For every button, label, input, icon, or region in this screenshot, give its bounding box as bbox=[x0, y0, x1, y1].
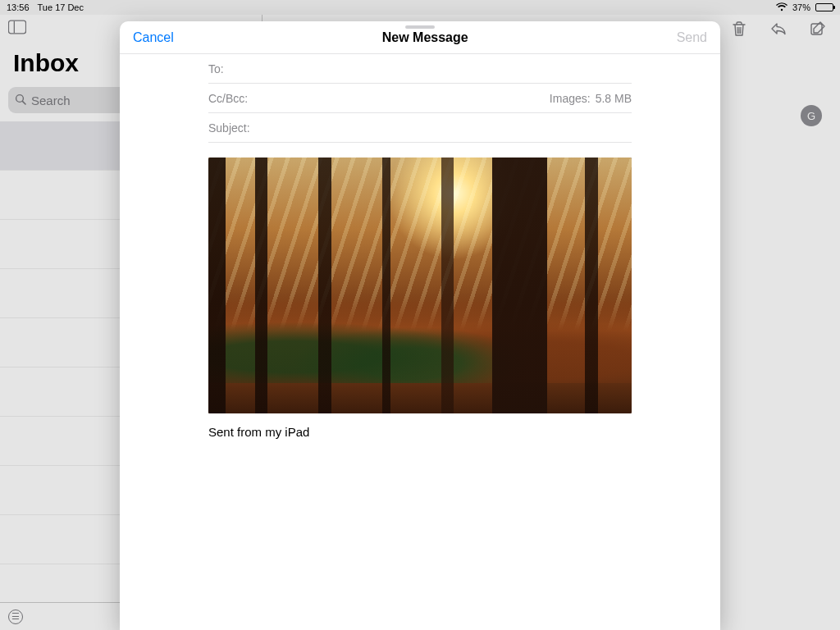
subject-field[interactable]: Subject: bbox=[208, 113, 632, 143]
ccbcc-label: Cc/Bcc: bbox=[208, 92, 248, 105]
images-size: 5.8 MB bbox=[596, 92, 632, 105]
signature-text[interactable]: Sent from my iPad bbox=[208, 425, 632, 439]
compose-body[interactable]: Sent from my iPad bbox=[208, 143, 632, 455]
compose-title: New Message bbox=[382, 30, 468, 45]
send-button[interactable]: Send bbox=[677, 30, 707, 45]
compose-sheet: Cancel New Message Send To: Cc/Bcc: Imag… bbox=[120, 21, 720, 630]
images-label: Images: bbox=[550, 92, 591, 105]
subject-label: Subject: bbox=[208, 121, 250, 135]
cancel-button[interactable]: Cancel bbox=[133, 30, 174, 45]
compose-header: Cancel New Message Send bbox=[120, 21, 720, 54]
ccbcc-field[interactable]: Cc/Bcc: Images: 5.8 MB bbox=[208, 84, 632, 113]
to-field[interactable]: To: bbox=[208, 54, 632, 84]
attachment-image[interactable] bbox=[208, 158, 632, 413]
to-label: To: bbox=[208, 62, 224, 75]
